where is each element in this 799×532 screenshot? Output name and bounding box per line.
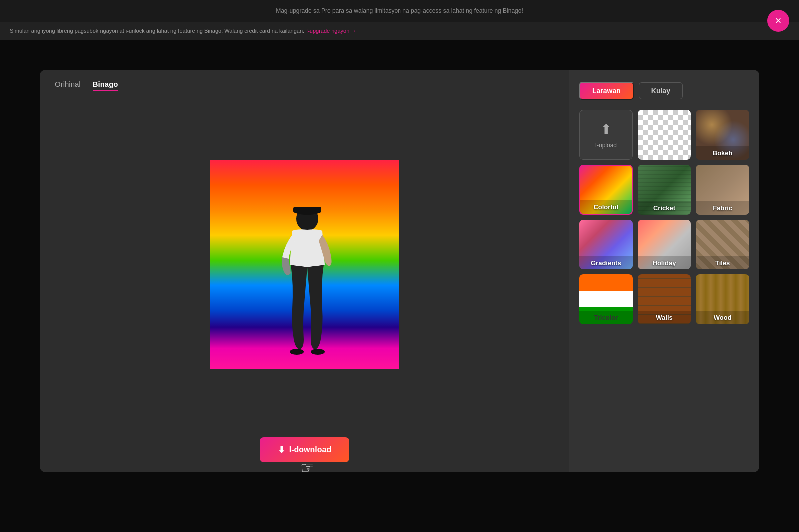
bg-item-gradients[interactable]: Gradients (579, 220, 633, 269)
tab-larawan[interactable]: Larawan (579, 82, 634, 100)
bg-item-wood[interactable]: Wood (696, 274, 749, 324)
upload-cloud-icon: ⬆ (600, 121, 612, 138)
svg-point-4 (311, 349, 325, 355)
bg-item-holiday-label: Holiday (638, 256, 691, 269)
top-bar-text: Mag-upgrade sa Pro para sa walang limita… (276, 7, 523, 14)
second-bar-text: Simulan ang iyong libreng pagsubok ngayo… (10, 28, 304, 34)
second-bar: Simulan ang iyong libreng pagsubok ngayo… (0, 22, 799, 40)
download-label: I-download (289, 445, 331, 454)
download-button-wrap: ⬇ I-download ☞ (55, 437, 554, 462)
bg-item-tricolor-label: Tricolor (579, 311, 633, 324)
right-panel: Larawan Kulay ⬆ I-upload Bokeh Colorful … (569, 70, 759, 472)
tab-binago[interactable]: Binago (93, 80, 118, 91)
image-area (55, 99, 554, 429)
top-bar: Mag-upgrade sa Pro para sa walang limita… (0, 0, 799, 22)
svg-point-3 (290, 349, 304, 355)
background-grid: ⬆ I-upload Bokeh Colorful Cricket Fabric (579, 110, 749, 324)
tab-bar: Orihinal Binago (55, 80, 554, 91)
right-tab-bar: Larawan Kulay (579, 82, 749, 100)
bg-item-cricket[interactable]: Cricket (638, 165, 691, 215)
bg-item-cricket-label: Cricket (638, 201, 691, 215)
modal: Orihinal Binago (40, 70, 759, 472)
person-silhouette (260, 200, 350, 369)
download-icon: ⬇ (278, 444, 285, 455)
bg-item-tricolor[interactable]: Tricolor (579, 274, 633, 324)
close-button[interactable]: × (767, 10, 789, 32)
bg-item-bokeh[interactable]: Bokeh (696, 110, 749, 160)
bg-item-colorful-label: Colorful (580, 200, 632, 214)
tab-orihinal[interactable]: Orihinal (55, 80, 81, 91)
bg-item-wood-label: Wood (696, 311, 749, 324)
bg-item-tiles[interactable]: Tiles (696, 220, 749, 269)
bg-item-transparent[interactable] (638, 110, 691, 160)
cursor-icon: ☞ (300, 458, 315, 472)
bg-item-walls[interactable]: Walls (638, 274, 691, 324)
bg-item-holiday[interactable]: Holiday (638, 220, 691, 269)
bg-item-gradients-label: Gradients (579, 256, 633, 269)
bg-item-colorful[interactable]: Colorful (579, 165, 633, 215)
upload-label: I-upload (595, 142, 617, 149)
bg-item-upload[interactable]: ⬆ I-upload (579, 110, 633, 160)
bg-item-fabric-label: Fabric (696, 201, 749, 215)
bg-item-bokeh-label: Bokeh (696, 146, 749, 160)
left-panel: Orihinal Binago (40, 70, 569, 472)
bg-item-tiles-label: Tiles (696, 256, 749, 269)
tab-kulay[interactable]: Kulay (639, 82, 683, 99)
main-image (210, 160, 400, 369)
bg-item-walls-label: Walls (638, 311, 691, 324)
svg-rect-2 (293, 207, 321, 213)
bg-item-fabric[interactable]: Fabric (696, 165, 749, 215)
upgrade-link[interactable]: I-upgrade ngayon → (306, 28, 356, 34)
